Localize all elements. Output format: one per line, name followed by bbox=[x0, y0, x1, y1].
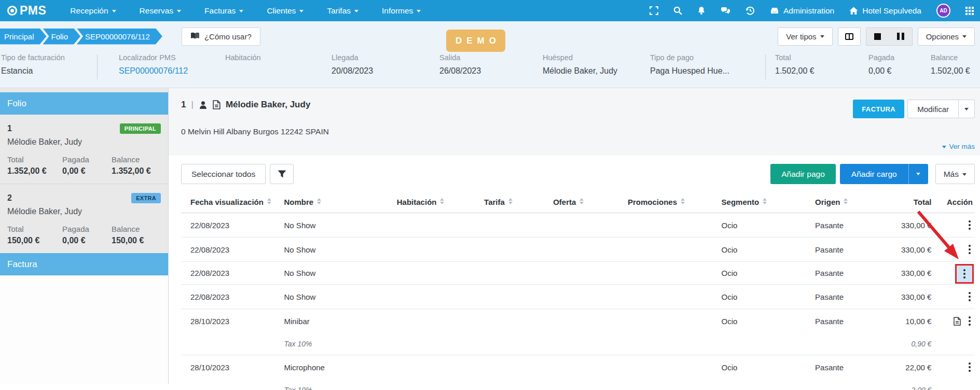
ver-tipos-dropdown[interactable]: Ver tipos bbox=[778, 27, 832, 46]
cell-tarifa bbox=[475, 262, 544, 285]
fullscreen-icon[interactable] bbox=[650, 6, 658, 15]
column-header-segmento[interactable]: Segmento bbox=[712, 191, 806, 213]
administration-menu[interactable]: Administration bbox=[770, 6, 834, 16]
subcell-nombre: Tax 10% bbox=[275, 379, 388, 390]
charge-row-3[interactable]: 22/08/2023No ShowOcioPasante330,00 € bbox=[181, 262, 975, 285]
breadcrumb-principal[interactable]: Principal bbox=[0, 29, 47, 45]
modificar-caret-button[interactable] bbox=[958, 100, 974, 118]
add-payment-button[interactable]: Añadir pago bbox=[770, 164, 836, 184]
column-header-nombre[interactable]: Nombre bbox=[275, 191, 388, 213]
cell-oferta bbox=[544, 238, 618, 262]
cell-promociones bbox=[618, 355, 712, 380]
sort-icon bbox=[267, 198, 271, 204]
filter-button[interactable] bbox=[270, 164, 294, 184]
charge-row-1[interactable]: 22/08/2023No ShowOcioPasante330,00 € bbox=[181, 213, 975, 238]
pms-logo-icon bbox=[7, 6, 17, 16]
guest-panel: 1 | Mélodie Baker, Judy FACTURA M bbox=[169, 88, 980, 156]
guest-person-icon[interactable] bbox=[199, 101, 208, 109]
menu-facturas[interactable]: Facturas bbox=[204, 6, 243, 16]
column-header-fecha-visualizacion[interactable]: Fecha visualización bbox=[181, 191, 275, 213]
notifications-bell-icon[interactable] bbox=[697, 6, 706, 15]
filter-icon bbox=[278, 170, 286, 178]
kebab-menu-icon[interactable] bbox=[967, 244, 973, 255]
folio-pagada-value: 0,00 € bbox=[62, 236, 112, 245]
cell-accion bbox=[933, 309, 975, 333]
column-header-habitacion[interactable]: Habitación bbox=[388, 191, 475, 213]
cell-origen: Pasante bbox=[806, 355, 874, 380]
invoice-document-icon[interactable] bbox=[954, 317, 961, 326]
cell-nombre: No Show bbox=[275, 213, 388, 238]
messages-icon[interactable] bbox=[721, 7, 730, 15]
column-label: Promociones bbox=[628, 198, 677, 206]
folio-guest-name: Mélodie Baker, Judy bbox=[7, 207, 161, 216]
folio-item-1[interactable]: 1PRINCIPALMélodie Baker, JudyTotal1.352,… bbox=[0, 115, 168, 184]
more-dropdown-button[interactable]: Más bbox=[935, 164, 975, 184]
column-header-promociones[interactable]: Promociones bbox=[618, 191, 712, 213]
folio-item-2[interactable]: 2EXTRAMélodie Baker, JudyTotal150,00 €Pa… bbox=[0, 184, 168, 253]
kebab-menu-icon[interactable] bbox=[967, 316, 973, 326]
guest-document-icon[interactable] bbox=[213, 100, 220, 109]
ver-mas-link[interactable]: Ver más bbox=[181, 143, 975, 150]
more-label: Más bbox=[944, 170, 959, 178]
columns-icon bbox=[845, 33, 853, 40]
cell-accion bbox=[933, 285, 975, 309]
apps-grid-icon[interactable] bbox=[965, 7, 974, 15]
add-charge-button[interactable]: Añadir cargo bbox=[840, 164, 908, 184]
info-field-salida: Salida26/08/2023 bbox=[439, 53, 543, 79]
menu-reservas[interactable]: Reservas bbox=[140, 6, 181, 16]
columns-layout-button[interactable] bbox=[838, 27, 861, 46]
kebab-menu-icon[interactable] bbox=[967, 362, 973, 372]
info-value-localizador[interactable]: SEP00000076/112 bbox=[119, 66, 225, 76]
subcell-fecha-visualizacion bbox=[181, 333, 275, 355]
cell-tarifa bbox=[475, 213, 544, 238]
stop-view-button[interactable] bbox=[866, 28, 889, 45]
charge-row-4[interactable]: 22/08/2023No ShowOcioPasante330,00 € bbox=[181, 285, 975, 309]
charge-row-2[interactable]: 22/08/2023No ShowOcioPasante330,00 € bbox=[181, 238, 975, 262]
add-charge-caret-button[interactable] bbox=[908, 164, 928, 184]
cell-total: 330,00 € bbox=[874, 213, 934, 238]
column-header-accion: Acción bbox=[933, 191, 975, 213]
charge-row-6[interactable]: 28/10/2023MicrophoneOcioPasante22,00 € bbox=[181, 355, 975, 380]
search-icon[interactable] bbox=[673, 6, 682, 15]
column-label: Fecha visualización bbox=[190, 198, 264, 206]
kebab-menu-icon[interactable] bbox=[967, 291, 973, 302]
menu-tarifas[interactable]: Tarifas bbox=[327, 6, 358, 16]
charge-row-5[interactable]: 28/10/2023MinibarOcioPasante10,00 € bbox=[181, 309, 975, 333]
menu-recepcion[interactable]: Recepción bbox=[70, 6, 116, 16]
user-avatar[interactable]: AD bbox=[936, 4, 950, 18]
column-header-oferta[interactable]: Oferta bbox=[544, 191, 618, 213]
cell-accion bbox=[933, 238, 975, 262]
folio-item-top: 2EXTRA bbox=[7, 193, 161, 203]
modificar-button[interactable]: Modificar bbox=[908, 100, 958, 118]
cell-origen: Pasante bbox=[806, 213, 874, 238]
factura-button[interactable]: FACTURA bbox=[853, 100, 904, 118]
how-to-use-button[interactable]: ¿Cómo usar? bbox=[182, 27, 260, 46]
menu-informes[interactable]: Informes bbox=[382, 6, 421, 16]
breadcrumb-folio[interactable]: Folio bbox=[43, 29, 81, 45]
kebab-menu-icon[interactable] bbox=[967, 220, 973, 230]
info-field-tipo: Tipo de facturaciónEstancia bbox=[0, 53, 97, 79]
sort-up-arrow bbox=[317, 198, 321, 201]
opciones-dropdown[interactable]: Opciones bbox=[918, 27, 975, 46]
cell-habitacion bbox=[388, 355, 475, 380]
column-header-origen[interactable]: Origen bbox=[806, 191, 874, 213]
sort-icon bbox=[681, 198, 685, 204]
cell-total: 330,00 € bbox=[874, 262, 934, 285]
menu-clientes[interactable]: Clientes bbox=[267, 6, 303, 16]
hotel-menu[interactable]: Hotel Sepulveda bbox=[849, 6, 921, 16]
navbar-right: Administration Hotel Sepulveda AD bbox=[650, 4, 974, 18]
pms-logo[interactable]: PMS bbox=[7, 4, 46, 18]
breadcrumb-sep00000076-112[interactable]: SEP00000076/112 bbox=[77, 29, 162, 45]
chevron-down-icon bbox=[112, 10, 116, 12]
add-charge-split-button: Añadir cargo bbox=[840, 164, 928, 184]
folio-section-header: Folio bbox=[0, 92, 168, 115]
history-icon[interactable] bbox=[746, 6, 755, 15]
kebab-menu-icon[interactable] bbox=[961, 269, 968, 279]
pause-view-button[interactable] bbox=[889, 28, 912, 45]
charges-table: Fecha visualizaciónNombreHabitaciónTarif… bbox=[181, 191, 975, 390]
sort-down-arrow bbox=[844, 202, 848, 204]
select-all-button[interactable]: Seleccionar todos bbox=[181, 164, 266, 184]
home-icon bbox=[849, 7, 858, 15]
cell-habitacion bbox=[388, 309, 475, 333]
column-header-tarifa[interactable]: Tarifa bbox=[475, 191, 544, 213]
